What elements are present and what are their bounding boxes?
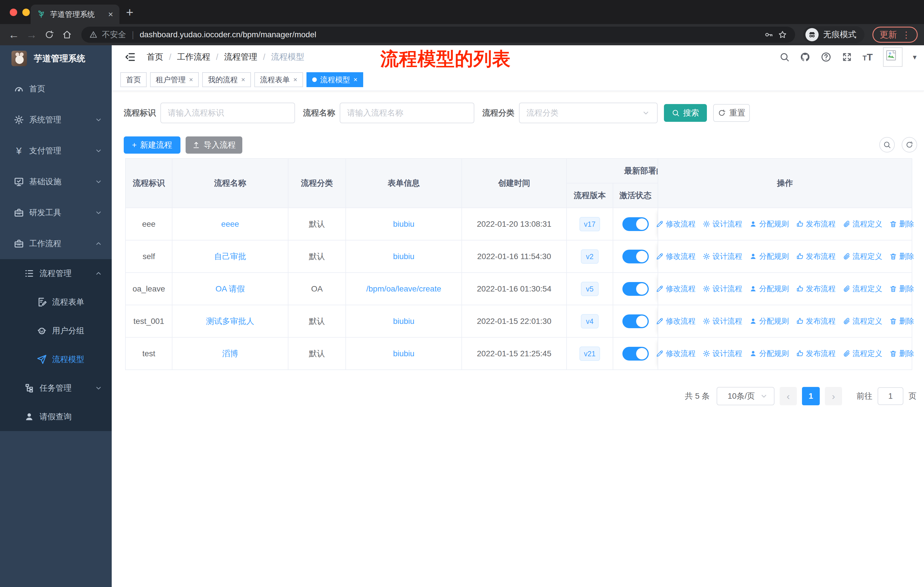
process-name-link[interactable]: 自己审批	[214, 252, 246, 261]
tab-close-icon[interactable]: ×	[108, 10, 113, 19]
password-key-icon[interactable]	[764, 30, 773, 39]
publish-process-link[interactable]: 发布流程	[796, 349, 836, 359]
font-size-icon[interactable]: TT	[863, 51, 873, 63]
active-state-toggle[interactable]	[622, 347, 649, 360]
sidebar-item-devtools[interactable]: 研发工具	[0, 197, 112, 228]
sidebar-item-home[interactable]: 首页	[0, 73, 112, 104]
avatar[interactable]	[883, 47, 903, 67]
tag-close-icon[interactable]: ×	[293, 76, 297, 84]
window-minimize-button[interactable]	[22, 8, 30, 16]
process-id-input[interactable]: 请输入流程标识	[160, 103, 295, 123]
search-button[interactable]: 搜索	[664, 104, 707, 122]
publish-process-link[interactable]: 发布流程	[796, 284, 836, 294]
bookmark-star-icon[interactable]	[778, 30, 787, 39]
process-definition-link[interactable]: 流程定义	[843, 251, 883, 261]
current-page-button[interactable]: 1	[802, 387, 820, 405]
breadcrumb-workflow[interactable]: 工作流程	[177, 51, 210, 63]
tag-home[interactable]: 首页	[120, 72, 147, 87]
sidebar-item-process-model[interactable]: 流程模型	[0, 345, 112, 374]
create-process-button[interactable]: + 新建流程	[124, 136, 180, 154]
process-definition-link[interactable]: 流程定义	[843, 284, 883, 294]
version-tag[interactable]: v17	[579, 217, 600, 231]
process-definition-link[interactable]: 流程定义	[843, 219, 883, 229]
home-button[interactable]	[62, 30, 72, 40]
browser-menu-dots-icon[interactable]: ⋮	[902, 30, 911, 40]
version-tag[interactable]: v2	[581, 250, 599, 264]
back-button[interactable]: ←	[6, 29, 21, 41]
modify-process-link[interactable]: 修改流程	[656, 284, 696, 294]
process-definition-link[interactable]: 流程定义	[843, 316, 883, 326]
next-page-button[interactable]: ›	[825, 387, 842, 405]
goto-page-input[interactable]: 1	[878, 387, 903, 405]
avatar-caret-icon[interactable]: ▾	[913, 53, 917, 62]
process-name-link[interactable]: 测试多审批人	[206, 317, 254, 326]
chrome-update-button[interactable]: 更新 ⋮	[873, 26, 918, 43]
sidebar-item-infrastructure[interactable]: 基础设施	[0, 166, 112, 197]
form-info-link[interactable]: /bpm/oa/leave/create	[366, 284, 441, 293]
tag-close-icon[interactable]: ×	[189, 76, 193, 84]
process-name-link[interactable]: 滔博	[222, 349, 238, 358]
sidebar-item-system[interactable]: 系统管理	[0, 104, 112, 135]
prev-page-button[interactable]: ‹	[780, 387, 797, 405]
show-search-button[interactable]	[879, 137, 895, 152]
version-tag[interactable]: v21	[579, 347, 600, 361]
search-icon[interactable]	[779, 52, 790, 62]
breadcrumb-home[interactable]: 首页	[147, 51, 163, 63]
tag-close-icon[interactable]: ×	[353, 76, 358, 84]
design-process-link[interactable]: 设计流程	[703, 349, 742, 359]
sidebar-item-task-management[interactable]: 任务管理	[0, 374, 112, 402]
sidebar-collapse-icon[interactable]	[124, 51, 136, 63]
github-icon[interactable]	[800, 52, 810, 62]
process-name-link[interactable]: OA 请假	[215, 284, 245, 293]
design-process-link[interactable]: 设计流程	[703, 219, 742, 229]
tag-process-model-active[interactable]: 流程模型 ×	[307, 72, 363, 87]
assign-rule-link[interactable]: 分配规则	[749, 349, 789, 359]
modify-process-link[interactable]: 修改流程	[656, 251, 696, 261]
publish-process-link[interactable]: 发布流程	[796, 251, 836, 261]
form-info-link[interactable]: biubiu	[393, 220, 414, 228]
delete-link[interactable]: 删除	[889, 251, 914, 261]
tag-process-form[interactable]: 流程表单 ×	[254, 72, 303, 87]
tag-close-icon[interactable]: ×	[241, 76, 245, 84]
sidebar-item-leave-query[interactable]: 请假查询	[0, 402, 112, 431]
delete-link[interactable]: 删除	[889, 316, 914, 326]
process-name-input[interactable]: 请输入流程名称	[340, 103, 474, 123]
publish-process-link[interactable]: 发布流程	[796, 219, 836, 229]
browser-tab[interactable]: 芋道管理系统 ×	[31, 5, 119, 24]
assign-rule-link[interactable]: 分配规则	[749, 219, 789, 229]
tag-my-process[interactable]: 我的流程 ×	[202, 72, 251, 87]
active-state-toggle[interactable]	[622, 282, 649, 296]
delete-link[interactable]: 删除	[889, 349, 914, 359]
delete-link[interactable]: 删除	[889, 284, 914, 294]
design-process-link[interactable]: 设计流程	[703, 316, 742, 326]
window-close-button[interactable]	[10, 8, 17, 16]
modify-process-link[interactable]: 修改流程	[656, 219, 696, 229]
new-tab-button[interactable]: +	[126, 5, 134, 20]
form-info-link[interactable]: biubiu	[393, 252, 414, 261]
reload-button[interactable]	[45, 30, 54, 40]
fullscreen-icon[interactable]	[842, 52, 852, 62]
category-select[interactable]: 流程分类	[519, 103, 658, 123]
delete-link[interactable]: 删除	[889, 219, 914, 229]
sidebar-item-user-group[interactable]: 用户分组	[0, 316, 112, 345]
active-state-toggle[interactable]	[622, 250, 649, 263]
page-size-select[interactable]: 10条/页	[717, 387, 774, 405]
breadcrumb-process-management[interactable]: 流程管理	[224, 51, 257, 63]
version-tag[interactable]: v5	[581, 282, 599, 296]
assign-rule-link[interactable]: 分配规则	[749, 284, 789, 294]
sidebar-item-payment[interactable]: ¥ 支付管理	[0, 135, 112, 166]
publish-process-link[interactable]: 发布流程	[796, 316, 836, 326]
forward-button[interactable]: →	[24, 29, 39, 41]
process-definition-link[interactable]: 流程定义	[843, 349, 883, 359]
design-process-link[interactable]: 设计流程	[703, 284, 742, 294]
help-icon[interactable]	[821, 51, 832, 63]
sidebar-item-workflow[interactable]: 工作流程	[0, 228, 112, 259]
assign-rule-link[interactable]: 分配规则	[749, 316, 789, 326]
refresh-table-button[interactable]	[902, 137, 917, 152]
process-name-link[interactable]: eeee	[221, 220, 239, 228]
form-info-link[interactable]: biubiu	[393, 317, 414, 326]
tag-tenant[interactable]: 租户管理 ×	[150, 72, 199, 87]
modify-process-link[interactable]: 修改流程	[656, 316, 696, 326]
assign-rule-link[interactable]: 分配规则	[749, 251, 789, 261]
address-bar[interactable]: 不安全 | dashboard.yudao.iocoder.cn/bpm/man…	[81, 26, 795, 43]
